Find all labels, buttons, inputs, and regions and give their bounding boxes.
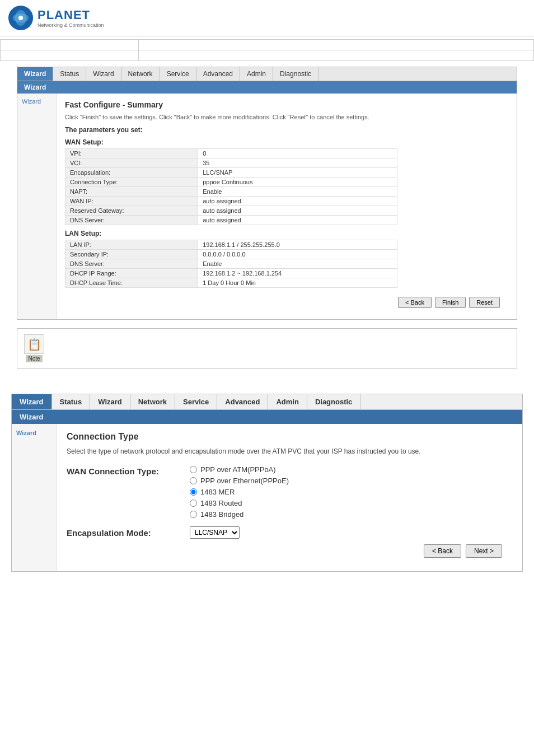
nav-diagnostic-2[interactable]: Diagnostic — [307, 394, 360, 409]
table-row: LAN IP:192.168.1.1 / 255.255.255.0 — [65, 240, 397, 250]
encap-select[interactable]: LLC/SNAP VC Mux — [190, 526, 240, 539]
nav-bar-1: Wizard Status Wizard Network Service Adv… — [17, 67, 517, 81]
lan-params-table: LAN IP:192.168.1.1 / 255.255.255.0 Secon… — [65, 240, 397, 288]
radio-pppoe-label: PPP over Ethernet(PPPoE) — [200, 477, 289, 485]
back-button-2[interactable]: < Back — [424, 544, 461, 558]
table-row: WAN IP:auto assigned — [65, 197, 397, 206]
lan-setup-title: LAN Setup: — [65, 230, 508, 237]
btn-row-1: < Back Finish Reset — [65, 292, 508, 312]
info-cell-4 — [139, 50, 533, 60]
encap-row: Encapsulation Mode: LLC/SNAP VC Mux — [67, 526, 512, 539]
radio-1483routed[interactable] — [190, 500, 197, 507]
header: PLANET Networking & Communication — [0, 0, 534, 36]
table-row: DHCP Lease Time:1 Day 0 Hour 0 Min — [65, 278, 397, 288]
table-row: Encapsulation:LLC/SNAP — [65, 168, 397, 178]
nav-wizard-2[interactable]: Wizard — [12, 394, 52, 409]
main-content-1: Fast Configure - Summary Click "Finish" … — [57, 94, 517, 319]
table-row: DNS Server:auto assigned — [65, 216, 397, 225]
radio-1483bridged-label: 1483 Bridged — [200, 510, 243, 519]
logo: PLANET Networking & Communication — [8, 6, 526, 30]
wan-option-pppoe[interactable]: PPP over Ethernet(PPPoE) — [190, 477, 289, 485]
info-row-1 — [1, 40, 533, 50]
nav-admin-1[interactable]: Admin — [240, 67, 273, 81]
radio-1483mer[interactable] — [190, 488, 197, 496]
logo-text: PLANET Networking & Communication — [38, 8, 104, 28]
note-image: 📋 — [24, 334, 44, 354]
wan-option-pppoa[interactable]: PPP over ATM(PPPoA) — [190, 465, 289, 474]
info-cell-2 — [139, 40, 533, 50]
nav-network-2[interactable]: Network — [130, 394, 175, 409]
info-cell-1 — [1, 40, 139, 50]
page-desc-2: Select the type of network protocol and … — [67, 447, 512, 455]
note-emoji-icon: 📋 — [27, 338, 41, 351]
note-box: 📋 Note — [17, 328, 517, 368]
table-row: Reserved Gateway:auto assigned — [65, 206, 397, 216]
nav-wizard2-1[interactable]: Wizard — [86, 67, 121, 81]
sidebar-1: Wizard — [17, 94, 57, 319]
params-heading: The parameters you set: — [65, 126, 508, 134]
finish-button[interactable]: Finish — [435, 297, 466, 308]
section-summary: Wizard Status Wizard Network Service Adv… — [17, 67, 517, 320]
table-row: VCI:35 — [65, 158, 397, 168]
nav-service-2[interactable]: Service — [175, 394, 217, 409]
nav-bar-2: Wizard Status Wizard Network Service Adv… — [12, 394, 522, 410]
svg-point-3 — [18, 16, 23, 20]
nav-wizard2-2[interactable]: Wizard — [90, 394, 130, 409]
note-icon-container: 📋 Note — [23, 334, 45, 362]
nav-advanced-1[interactable]: Advanced — [196, 67, 240, 81]
nav-status-2[interactable]: Status — [52, 394, 91, 409]
page-title-2: Connection Type — [67, 432, 512, 442]
radio-1483mer-label: 1483 MER — [200, 488, 235, 496]
page-desc-1: Click "Finish" to save the settings. Cli… — [65, 114, 508, 120]
content-2: Wizard Connection Type Select the type o… — [12, 424, 522, 571]
table-row: NAPT:Enable — [65, 187, 397, 197]
radio-1483bridged[interactable] — [190, 511, 197, 518]
note-label: Note — [26, 355, 42, 362]
wan-setup-title: WAN Setup: — [65, 138, 508, 146]
table-row: Secondary IP:0.0.0.0 / 0.0.0.0 — [65, 250, 397, 259]
sidebar-wizard-2[interactable]: Wizard — [16, 430, 51, 436]
nav-status-1[interactable]: Status — [53, 67, 86, 81]
table-row: DNS Server:Enable — [65, 259, 397, 269]
nav-service-1[interactable]: Service — [160, 67, 196, 81]
sidebar-wizard-1[interactable]: Wizard — [22, 98, 51, 105]
radio-1483routed-label: 1483 Routed — [200, 499, 242, 507]
sub-nav-1: Wizard — [17, 81, 517, 94]
table-row: DHCP IP Range:192.168.1.2 ~ 192.168.1.25… — [65, 269, 397, 278]
wan-options: PPP over ATM(PPPoA) PPP over Ethernet(PP… — [190, 465, 289, 519]
table-row: Connection Type:pppoe Continuous — [65, 178, 397, 187]
spacer — [0, 377, 534, 388]
nav-wizard-1[interactable]: Wizard — [17, 67, 53, 81]
wan-option-1483mer[interactable]: 1483 MER — [190, 488, 289, 496]
page-title-1: Fast Configure - Summary — [65, 100, 508, 109]
nav-diagnostic-1[interactable]: Diagnostic — [273, 67, 318, 81]
back-button-1[interactable]: < Back — [398, 297, 432, 308]
radio-pppoa[interactable] — [190, 466, 197, 473]
wan-params-table: VPI:0 VCI:35 Encapsulation:LLC/SNAP Conn… — [65, 148, 397, 225]
radio-pppoe[interactable] — [190, 477, 197, 484]
info-row-2 — [1, 50, 533, 60]
wan-option-1483routed[interactable]: 1483 Routed — [190, 499, 289, 507]
radio-pppoa-label: PPP over ATM(PPPoA) — [200, 465, 276, 474]
btn-row-2: < Back Next > — [67, 539, 512, 563]
logo-name: PLANET — [38, 8, 104, 22]
main-content-2: Connection Type Select the type of netwo… — [57, 424, 522, 571]
next-button[interactable]: Next > — [466, 544, 502, 558]
info-bar — [0, 39, 534, 61]
logo-subtitle: Networking & Communication — [38, 22, 104, 28]
nav-advanced-2[interactable]: Advanced — [217, 394, 268, 409]
nav-admin-2[interactable]: Admin — [268, 394, 307, 409]
section-connection-type: Wizard Status Wizard Network Service Adv… — [11, 394, 523, 572]
wan-type-row: WAN Connection Type: PPP over ATM(PPPoA)… — [67, 465, 512, 519]
nav-network-1[interactable]: Network — [121, 67, 160, 81]
logo-circle — [8, 6, 33, 30]
sub-nav-2: Wizard — [12, 410, 522, 424]
wan-option-1483bridged[interactable]: 1483 Bridged — [190, 510, 289, 519]
wan-type-label: WAN Connection Type: — [67, 465, 190, 476]
reset-button[interactable]: Reset — [469, 297, 500, 308]
sidebar-2: Wizard — [12, 424, 57, 571]
info-cell-3 — [1, 50, 139, 60]
note-content — [51, 334, 511, 357]
encap-label: Encapsulation Mode: — [67, 528, 190, 538]
content-1: Wizard Fast Configure - Summary Click "F… — [17, 94, 517, 319]
